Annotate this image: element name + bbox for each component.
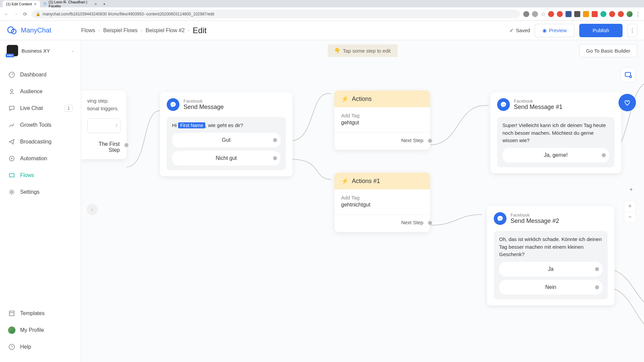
message-body[interactable]: Oh, das ist wirklich schade. Könnte ich … [494,231,608,299]
extension-icon[interactable] [557,11,563,17]
zoom-in-button[interactable]: + [624,201,636,212]
sidebar-item-broadcasting[interactable]: Broadcasting [0,133,81,150]
extension-icon[interactable] [574,11,580,17]
extension-icon[interactable] [583,11,589,17]
node-starting-step[interactable]: ving step. tional triggers. r The First … [81,90,126,159]
svg-point-7 [11,191,13,193]
quick-reply-button[interactable]: Ja, gerne! [502,148,609,163]
sidebar: PRO Business XY ⌄ Dashboard Audience Liv… [0,40,81,362]
nav-next-button[interactable]: › [87,204,98,215]
help-icon: ? [8,343,15,351]
new-tab-button[interactable]: + [100,1,108,7]
magic-button[interactable]: ✦ [626,184,636,194]
sidebar-item-audience[interactable]: Audience [0,83,81,100]
action-body: Add Tag gehtgut [334,107,430,129]
output-port[interactable] [273,156,277,160]
breadcrumb-item[interactable]: Beispiel Flow #2 [146,27,185,34]
node-send-message[interactable]: Facebook Send Message Hi First Name, wie… [160,92,292,176]
basic-builder-button[interactable]: Go To Basic Builder [579,44,637,57]
output-port[interactable] [428,221,432,225]
sidebar-item-livechat[interactable]: Live Chat 1 [0,100,81,117]
output-port[interactable] [595,267,599,271]
dots-icon: ⋮ [630,27,635,34]
profile-avatar-icon [8,326,15,334]
preview-button[interactable]: ◉ Preview [535,24,574,37]
workspace-name: Business XY [21,48,50,54]
extension-icon[interactable] [548,11,554,17]
sidebar-item-profile[interactable]: My Profile [0,322,81,339]
message-body[interactable]: Super! Vielleicht kann ich dir deinen Ta… [497,117,614,167]
url-text: manychat.com/fb181039443240830 9/cms/fil… [43,12,214,16]
check-icon: ✓ [509,27,514,34]
browser-tab[interactable]: ⓕ (1) Leon R. Chaudhari | Facebo ✕ [40,1,100,7]
sidebar-item-templates[interactable]: Templates [0,305,81,322]
flow-canvas[interactable]: 👇 Tap some step to edit Go To Basic Buil… [81,40,644,362]
url-input[interactable]: 🔒 manychat.com/fb181039443240830 9/cms/f… [32,10,520,18]
more-button[interactable]: ⋮ [627,24,637,37]
back-icon[interactable]: ← [3,11,9,17]
quick-reply-button[interactable]: Nicht gut [172,151,280,166]
close-icon[interactable]: ✕ [94,2,97,6]
dashboard-icon [8,71,15,78]
message-body[interactable]: Hi First Name, wie geht es dir? Gut Nich… [167,117,286,170]
extension-icon[interactable] [532,11,538,17]
avatar-icon[interactable] [627,11,633,17]
browser-tab[interactable]: (1) Edit Content ✕ [3,1,40,7]
breadcrumb-current: Edit [193,26,207,35]
sidebar-item-growth[interactable]: Growth Tools [0,117,81,133]
output-port[interactable] [602,153,606,157]
breadcrumb-item[interactable]: Flows [81,27,95,34]
output-port[interactable] [273,138,277,142]
sidebar-item-help[interactable]: ? Help [0,339,81,355]
canvas-hint: 👇 Tap some step to edit [328,44,397,57]
publish-button[interactable]: Publish [579,24,623,37]
logo[interactable]: ManyChat [7,25,81,36]
extension-icon[interactable] [618,11,624,17]
forward-icon[interactable]: → [13,11,19,17]
workspace-switcher[interactable]: PRO Business XY ⌄ [0,40,81,61]
reload-icon[interactable]: ⟳ [22,11,28,17]
add-step-button[interactable] [621,67,636,82]
sidebar-item-flows[interactable]: Flows [0,167,81,184]
action-body: Add Tag gehtnichtgut [334,189,430,211]
breadcrumb-item[interactable]: Beispiel Flows [103,27,138,34]
platform-label: Facebook [511,213,559,218]
svg-point-3 [11,89,13,92]
chevron-right-icon: › [99,28,100,33]
output-port[interactable] [124,143,128,147]
output-port[interactable] [428,139,432,143]
svg-rect-6 [9,174,14,177]
browser-chrome: (1) Edit Content ✕ ⓕ (1) Leon R. Chaudha… [0,0,644,21]
output-port[interactable] [595,285,599,289]
extension-icon[interactable] [600,11,606,17]
star-icon[interactable]: ☆ [541,11,545,17]
header-actions: ✓ Saved ◉ Preview Publish ⋮ [509,24,637,37]
messenger-icon [494,212,506,225]
node-send-message-1[interactable]: Facebook Send Message #1 Super! Vielleic… [490,92,621,173]
actions-header: ⚡ Actions #1 [334,173,430,189]
bolt-icon: ⚡ [341,95,348,103]
quick-reply-button[interactable]: Nein [499,280,602,295]
templates-icon [8,310,15,317]
zoom-out-button[interactable]: − [624,212,636,222]
ai-assist-button[interactable] [619,94,636,111]
sidebar-item-settings[interactable]: Settings [0,184,81,200]
menu-icon[interactable]: ⋮ [635,11,641,17]
quick-reply-button[interactable]: Ja [499,262,602,277]
extension-icon[interactable] [523,11,529,17]
quick-reply-button[interactable]: Gut [172,133,280,147]
platform-label: Facebook [514,99,562,104]
growth-icon [8,121,15,129]
extension-icon[interactable] [609,11,615,17]
sidebar-item-dashboard[interactable]: Dashboard [0,66,81,83]
node-actions[interactable]: ⚡ Actions Add Tag gehtgut Next Step [334,90,430,150]
close-icon[interactable]: ✕ [34,2,37,6]
extension-icon[interactable] [566,11,572,17]
lock-icon: 🔒 [36,12,41,16]
node-actions-1[interactable]: ⚡ Actions #1 Add Tag gehtnichtgut Next S… [334,173,430,232]
next-step: Next Step [334,132,430,150]
add-trigger-button[interactable]: r [87,118,120,133]
node-send-message-2[interactable]: Facebook Send Message #2 Oh, das ist wir… [487,206,614,305]
extension-icon[interactable] [592,11,598,17]
sidebar-item-automation[interactable]: Automation [0,150,81,167]
